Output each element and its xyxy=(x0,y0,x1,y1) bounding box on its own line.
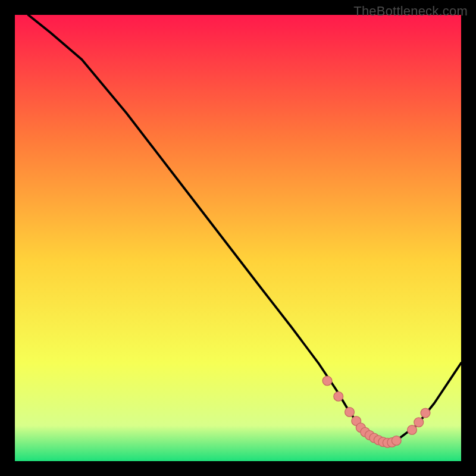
bottleneck-curve xyxy=(29,15,462,443)
marker-point xyxy=(414,418,424,427)
chart-frame: TheBottleneck.com xyxy=(0,0,476,476)
marker-point xyxy=(421,408,430,418)
plot-area xyxy=(15,15,461,461)
highlight-markers xyxy=(322,376,430,447)
chart-svg xyxy=(15,15,461,461)
marker-point xyxy=(345,408,355,417)
marker-point xyxy=(322,376,332,386)
marker-point xyxy=(408,425,417,435)
marker-point xyxy=(334,392,343,401)
watermark-label: TheBottleneck.com xyxy=(353,4,468,19)
marker-point xyxy=(392,436,401,446)
